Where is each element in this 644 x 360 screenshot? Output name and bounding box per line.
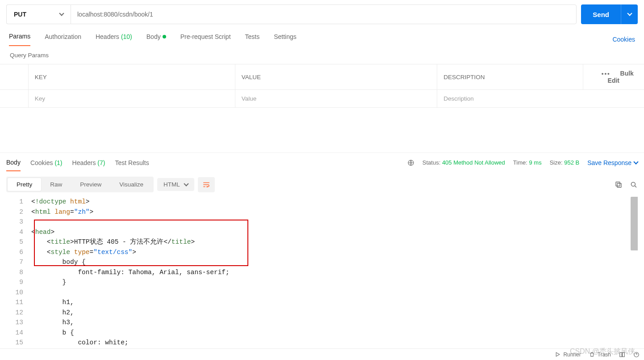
tab-headers-count: (10) bbox=[121, 33, 132, 40]
tab-headers-label: Headers bbox=[96, 33, 119, 40]
svg-rect-5 bbox=[620, 352, 622, 356]
svg-point-3 bbox=[631, 182, 635, 186]
col-key: KEY bbox=[28, 64, 235, 90]
resp-tab-cookies[interactable]: Cookies (1) bbox=[30, 155, 63, 171]
tab-settings[interactable]: Settings bbox=[274, 33, 297, 46]
status-block: Status: 405 Method Not Allowed bbox=[422, 159, 505, 166]
response-body-code[interactable]: 1<!doctype html> 2<html lang="zh"> 3 4<h… bbox=[6, 197, 638, 348]
view-preview[interactable]: Preview bbox=[71, 178, 110, 191]
col-description: DESCRIPTION bbox=[437, 64, 583, 90]
play-icon bbox=[555, 352, 560, 357]
send-dropdown-button[interactable] bbox=[621, 4, 638, 24]
svg-rect-1 bbox=[617, 183, 621, 187]
chevron-down-icon bbox=[184, 181, 188, 186]
status-bar: Runner Trash bbox=[0, 348, 644, 360]
format-select[interactable]: HTML bbox=[157, 178, 194, 191]
resp-tab-testresults[interactable]: Test Results bbox=[115, 155, 149, 171]
status-value: 405 Method Not Allowed bbox=[442, 159, 505, 166]
size-value: 952 B bbox=[564, 159, 579, 166]
trash-button[interactable]: Trash bbox=[589, 352, 611, 358]
svg-marker-4 bbox=[556, 352, 560, 356]
request-url-value: localhost:8080/csdn/book/1 bbox=[77, 11, 153, 18]
query-params-label: Query Params bbox=[0, 48, 644, 64]
request-url-input[interactable]: localhost:8080/csdn/book/1 bbox=[71, 4, 577, 24]
time-value: 9 ms bbox=[529, 159, 541, 166]
tab-prerequest[interactable]: Pre-request Script bbox=[180, 33, 231, 46]
save-response-button[interactable]: Save Response bbox=[587, 159, 638, 166]
send-button[interactable]: Send bbox=[581, 4, 621, 24]
tab-body-label: Body bbox=[146, 33, 161, 40]
globe-icon[interactable] bbox=[407, 159, 414, 166]
two-pane-icon[interactable] bbox=[619, 352, 625, 358]
chevron-down-icon bbox=[633, 159, 638, 164]
chevron-down-icon bbox=[59, 11, 64, 16]
view-raw[interactable]: Raw bbox=[41, 178, 71, 191]
help-icon[interactable] bbox=[633, 352, 640, 358]
tab-headers[interactable]: Headers (10) bbox=[96, 33, 132, 46]
key-input[interactable]: Key bbox=[28, 90, 235, 108]
search-icon[interactable] bbox=[630, 181, 638, 189]
cookies-link[interactable]: Cookies bbox=[612, 36, 635, 43]
copy-icon[interactable] bbox=[615, 181, 623, 189]
wrap-lines-button[interactable] bbox=[198, 177, 215, 192]
tab-body[interactable]: Body bbox=[146, 33, 166, 46]
http-method-value: PUT bbox=[14, 11, 26, 18]
view-mode-group: Pretty Raw Preview Visualize bbox=[6, 177, 154, 192]
dot-icon bbox=[163, 35, 166, 38]
view-pretty[interactable]: Pretty bbox=[8, 178, 41, 191]
tab-authorization[interactable]: Authorization bbox=[45, 33, 81, 46]
trash-icon bbox=[589, 352, 595, 357]
resp-tab-headers[interactable]: Headers (7) bbox=[72, 155, 105, 171]
tab-params[interactable]: Params bbox=[9, 33, 30, 46]
time-block: Time: 9 ms bbox=[513, 159, 542, 166]
query-params-table: KEY VALUE DESCRIPTION ••• Bulk Edit Key … bbox=[0, 64, 644, 108]
view-visualize[interactable]: Visualize bbox=[110, 178, 152, 191]
svg-rect-6 bbox=[623, 352, 625, 356]
value-input[interactable]: Value bbox=[235, 90, 437, 108]
resp-tab-body[interactable]: Body bbox=[6, 154, 21, 171]
more-options-button[interactable]: ••• bbox=[594, 70, 619, 77]
tab-tests[interactable]: Tests bbox=[245, 33, 260, 46]
size-block: Size: 952 B bbox=[550, 159, 580, 166]
col-value: VALUE bbox=[235, 64, 437, 90]
runner-button[interactable]: Runner bbox=[555, 352, 581, 358]
http-method-select[interactable]: PUT bbox=[6, 4, 71, 24]
svg-rect-2 bbox=[616, 182, 620, 186]
chevron-down-icon bbox=[627, 11, 632, 16]
wrap-icon bbox=[202, 181, 210, 189]
description-input[interactable]: Description bbox=[437, 90, 644, 108]
scrollbar-thumb[interactable] bbox=[631, 197, 638, 250]
